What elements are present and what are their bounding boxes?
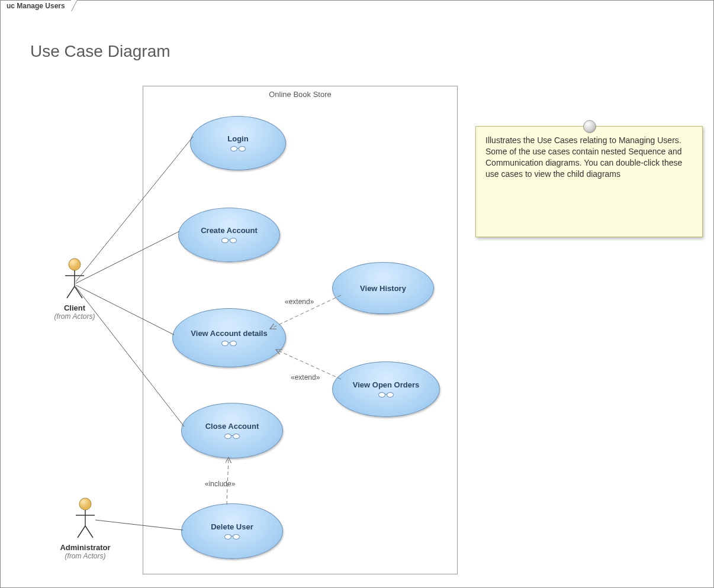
actor-client[interactable]: Client(from Actors)	[48, 258, 101, 321]
usecase-view_orders[interactable]: View Open Orders	[332, 361, 440, 417]
usecase-login[interactable]: Login	[190, 116, 286, 170]
pin-icon	[583, 120, 596, 133]
usecase-view_details[interactable]: View Account details	[172, 308, 286, 367]
diagram-frame: uc Manage Users Use Case Diagram Online …	[0, 0, 714, 588]
sticky-note-text: Illustrates the Use Cases relating to Ma…	[485, 135, 682, 179]
usecase-label: View Open Orders	[353, 380, 419, 389]
usecase-label: Create Account	[201, 226, 258, 235]
actor-icon	[59, 497, 112, 541]
sticky-note: Illustrates the Use Cases relating to Ma…	[475, 126, 703, 237]
diagram-title: Use Case Diagram	[30, 42, 171, 61]
svg-line-9	[85, 526, 93, 538]
composite-icon	[224, 534, 240, 540]
actor-name: Administrator	[59, 543, 112, 552]
frame-tab-label: uc Manage Users	[7, 2, 65, 10]
relationship-label: «extend»	[285, 298, 314, 306]
svg-point-5	[79, 498, 91, 510]
composite-icon	[230, 146, 246, 152]
actor-admin[interactable]: Administrator(from Actors)	[59, 497, 112, 560]
composite-icon	[221, 341, 237, 347]
usecase-label: Delete User	[211, 522, 253, 531]
actor-name: Client	[48, 303, 101, 312]
composite-icon	[224, 434, 240, 440]
usecase-label: View History	[360, 284, 406, 293]
usecase-delete[interactable]: Delete User	[181, 503, 283, 559]
usecase-close[interactable]: Close Account	[181, 403, 283, 458]
relationship-label: «extend»	[291, 373, 320, 382]
svg-line-8	[78, 526, 85, 538]
actor-from: (from Actors)	[59, 552, 112, 560]
usecase-view_history[interactable]: View History	[332, 262, 434, 314]
usecase-label: Close Account	[205, 422, 259, 431]
actor-from: (from Actors)	[48, 312, 101, 321]
svg-line-3	[67, 286, 75, 298]
actor-icon	[48, 258, 101, 301]
usecase-label: Login	[227, 134, 248, 143]
composite-icon	[378, 392, 394, 398]
svg-point-0	[69, 259, 81, 270]
usecase-create[interactable]: Create Account	[178, 208, 280, 262]
svg-line-4	[75, 286, 82, 298]
composite-icon	[221, 238, 237, 244]
usecase-label: View Account details	[191, 329, 267, 338]
relationship-label: «include»	[205, 480, 235, 488]
system-boundary-label: Online Book Store	[143, 90, 457, 99]
frame-tab: uc Manage Users	[0, 0, 72, 11]
